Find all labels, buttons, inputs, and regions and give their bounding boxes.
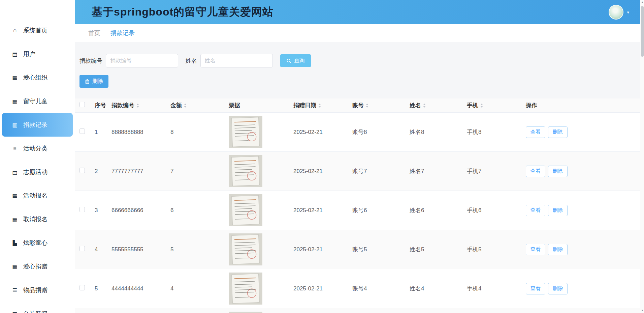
row-delete-button[interactable]: 删除 <box>548 166 568 177</box>
bulk-actions: 删除 <box>75 67 644 88</box>
cell-donation-no: 7777777777 <box>109 168 168 175</box>
sidebar-item-10[interactable]: ▙ 炫彩童心 <box>2 231 73 255</box>
sidebar-item-9[interactable]: ▦ 取消报名 <box>2 207 73 231</box>
cell-receipt <box>227 155 291 187</box>
header-checkbox-cell <box>75 102 93 109</box>
sidebar-item-2[interactable]: ▤ 用户 <box>2 42 73 66</box>
cell-operations: 查看 删除 <box>524 244 644 255</box>
sort-carets-icon[interactable] <box>480 104 483 108</box>
receipt-image[interactable] <box>229 116 262 148</box>
tab-home[interactable]: 首页 <box>88 29 100 37</box>
view-button[interactable]: 查看 <box>526 205 545 216</box>
cell-amount: 4 <box>168 285 227 292</box>
row-delete-button[interactable]: 删除 <box>548 283 568 294</box>
delete-button[interactable]: 删除 <box>79 75 108 88</box>
tab-donation-records[interactable]: 捐款记录 <box>110 29 135 37</box>
receipt-image[interactable] <box>229 194 262 226</box>
column-header[interactable]: 捐款编号 <box>109 102 168 109</box>
scroll-down-icon[interactable]: ▼ <box>640 308 644 313</box>
cell-phone: 手机6 <box>465 206 524 214</box>
sidebar-item-label: 用户 <box>23 50 35 58</box>
sort-carets-icon[interactable] <box>366 104 368 108</box>
row-delete-button[interactable]: 删除 <box>548 205 568 216</box>
avatar[interactable] <box>609 5 623 20</box>
column-header[interactable]: 金额 <box>168 102 227 109</box>
view-button[interactable]: 查看 <box>526 283 545 294</box>
select-all-checkbox[interactable] <box>79 102 85 107</box>
sidebar-item-label: 物品捐赠 <box>23 286 47 294</box>
column-label: 操作 <box>526 102 537 109</box>
column-header[interactable]: 姓名 <box>408 102 465 109</box>
tab-bar: 首页 捐款记录 <box>75 24 644 42</box>
query-button[interactable]: 查询 <box>280 54 311 67</box>
cell-donation-no: 5555555555 <box>109 246 168 253</box>
receipt-image[interactable] <box>229 312 262 313</box>
column-label: 姓名 <box>410 102 421 109</box>
name-input[interactable] <box>200 54 273 67</box>
sliders-icon: ≡ <box>11 145 18 151</box>
sidebar-item-8[interactable]: ▦ 活动报名 <box>2 184 73 207</box>
scrollbar[interactable]: ▲ ▼ <box>640 0 644 313</box>
column-label: 账号 <box>352 102 364 109</box>
document-icon: ▤ <box>11 169 18 175</box>
cell-account: 账号8 <box>350 128 408 136</box>
row-checkbox[interactable] <box>79 246 85 251</box>
sidebar-item-label: 捐款记录 <box>23 121 47 129</box>
sidebar-item-label: 活动分类 <box>23 144 47 152</box>
chevron-down-icon[interactable]: ▾ <box>627 10 629 15</box>
table-row: 2 7777777777 7 <box>75 152 644 191</box>
donation-no-input[interactable] <box>106 54 178 67</box>
sort-carets-icon[interactable] <box>423 104 426 108</box>
page-title: 基于springboot的留守儿童关爱网站 <box>92 5 273 20</box>
grid-icon: ▦ <box>11 263 18 270</box>
sidebar-item-1[interactable]: ⌂ 系统首页 <box>2 19 73 42</box>
sidebar-item-6[interactable]: ≡ 活动分类 <box>2 137 73 160</box>
row-delete-button[interactable]: 删除 <box>548 126 568 138</box>
sidebar-item-13[interactable]: ▦ 公益新闻 <box>2 302 73 313</box>
sidebar-item-label: 留守儿童 <box>23 97 47 105</box>
sort-carets-icon[interactable] <box>318 104 321 108</box>
scroll-up-icon[interactable]: ▲ <box>640 0 644 5</box>
sidebar-menu: ⌂ 系统首页 ▤ 用户 ▦ 爱心组织 ▦ 留守儿童 ▥ 捐款记录 ≡ 活动分类 … <box>0 0 75 313</box>
row-checkbox[interactable] <box>79 129 85 134</box>
view-button[interactable]: 查看 <box>526 126 545 138</box>
cell-operations: 查看 删除 <box>524 283 644 294</box>
column-label: 序号 <box>95 102 106 109</box>
row-checkbox[interactable] <box>79 168 85 173</box>
scrollbar-thumb[interactable] <box>641 6 644 57</box>
trash-icon <box>85 79 90 84</box>
column-header[interactable]: 手机 <box>465 102 524 109</box>
cell-amount: 8 <box>168 129 227 136</box>
cell-receipt <box>227 233 291 265</box>
cell-receipt <box>227 194 291 226</box>
row-checkbox[interactable] <box>79 207 85 212</box>
receipt-image[interactable] <box>229 155 262 187</box>
sidebar-item-12[interactable]: ☰ 物品捐赠 <box>2 278 73 302</box>
cell-account: 账号6 <box>350 206 408 214</box>
column-header[interactable]: 捐赠日期 <box>291 102 350 109</box>
sort-carets-icon[interactable] <box>136 104 139 108</box>
view-button[interactable]: 查看 <box>526 166 545 177</box>
home-icon: ⌂ <box>11 27 18 33</box>
receipt-image[interactable] <box>229 273 262 305</box>
row-checkbox[interactable] <box>79 285 85 290</box>
sidebar-item-5[interactable]: ▥ 捐款记录 <box>2 113 73 137</box>
sidebar-item-label: 公益新闻 <box>23 310 47 313</box>
grid-icon: ▦ <box>11 98 18 105</box>
user-menu[interactable]: ▾ <box>609 5 629 20</box>
column-header[interactable]: 账号 <box>350 102 408 109</box>
sidebar-item-3[interactable]: ▦ 爱心组织 <box>2 66 73 89</box>
cell-operations: 查看 删除 <box>524 126 644 138</box>
column-label: 票据 <box>229 102 240 109</box>
cell-date: 2025-02-21 <box>291 168 350 175</box>
header: 基于springboot的留守儿童关爱网站 ▾ <box>75 0 644 24</box>
row-delete-button[interactable]: 删除 <box>548 244 568 255</box>
cell-name: 姓名7 <box>408 167 465 175</box>
row-checkbox-cell <box>75 246 93 253</box>
sidebar-item-4[interactable]: ▦ 留守儿童 <box>2 89 73 113</box>
view-button[interactable]: 查看 <box>526 244 545 255</box>
sidebar-item-11[interactable]: ▦ 爱心捐赠 <box>2 255 73 278</box>
sort-carets-icon[interactable] <box>184 104 187 108</box>
receipt-image[interactable] <box>229 233 262 265</box>
sidebar-item-7[interactable]: ▤ 志愿活动 <box>2 160 73 184</box>
